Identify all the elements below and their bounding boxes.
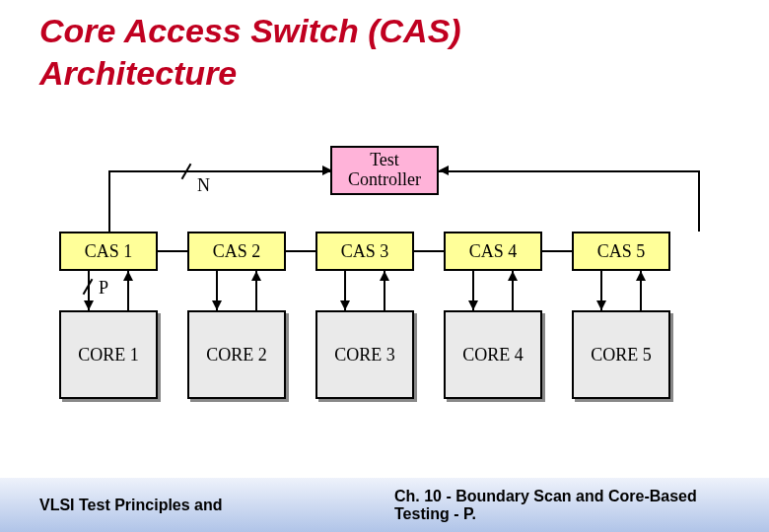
core-box-3: CORE 3 <box>315 310 414 399</box>
arrow-icon <box>251 271 261 281</box>
cas-link <box>158 250 187 252</box>
cas-label: CAS 5 <box>597 241 646 262</box>
test-controller-box: Test Controller <box>330 146 439 195</box>
cas-link <box>286 250 315 252</box>
cas-label: CAS 4 <box>469 241 518 262</box>
bus-line <box>439 170 700 172</box>
core-label: CORE 4 <box>462 345 524 366</box>
cas-label: CAS 2 <box>213 241 261 262</box>
bus-line <box>108 170 110 232</box>
cas-box-4: CAS 4 <box>444 232 542 271</box>
bus-width-n-label: N <box>197 175 210 196</box>
arrow-icon <box>596 300 606 310</box>
cas-link <box>414 250 444 252</box>
arrow-icon <box>340 300 350 310</box>
core-label: CORE 2 <box>206 345 267 366</box>
test-controller-label: Test Controller <box>348 151 421 190</box>
footer: VLSI Test Principles and Ch. 10 - Bounda… <box>0 478 769 532</box>
core-label: CORE 1 <box>78 345 139 366</box>
core-box-2: CORE 2 <box>187 310 286 399</box>
bus-line <box>698 170 700 232</box>
arrow-icon <box>123 271 133 281</box>
arrow-icon <box>468 300 478 310</box>
footer-right-text: Ch. 10 - Boundary Scan and Core-Based Te… <box>394 488 749 523</box>
title-line-1: Core Access Switch (CAS) <box>39 12 461 49</box>
core-label: CORE 5 <box>591 345 652 366</box>
core-box-4: CORE 4 <box>444 310 542 399</box>
cas-box-3: CAS 3 <box>315 232 414 271</box>
core-box-5: CORE 5 <box>572 310 670 399</box>
core-label: CORE 3 <box>334 345 395 366</box>
arrow-icon <box>212 300 222 310</box>
cas-box-5: CAS 5 <box>572 232 670 271</box>
cas-box-2: CAS 2 <box>187 232 286 271</box>
bus-line <box>108 170 330 172</box>
diagram: Test Controller N CAS 1 CAS 2 CAS 3 CAS … <box>49 138 720 453</box>
bus-width-p-label: P <box>99 278 108 299</box>
arrow-icon <box>439 166 449 175</box>
title-line-2: Architecture <box>39 54 237 92</box>
cas-label: CAS 3 <box>341 241 389 262</box>
cas-label: CAS 1 <box>85 241 133 262</box>
footer-left-text: VLSI Test Principles and <box>39 497 335 514</box>
arrow-icon <box>84 300 94 310</box>
cas-link <box>542 250 572 252</box>
cas-box-1: CAS 1 <box>59 232 158 271</box>
page-title: Core Access Switch (CAS) Architecture <box>39 10 730 94</box>
arrow-icon <box>322 166 332 175</box>
arrow-icon <box>508 271 518 281</box>
arrow-icon <box>636 271 646 281</box>
arrow-icon <box>380 271 389 281</box>
core-box-1: CORE 1 <box>59 310 158 399</box>
